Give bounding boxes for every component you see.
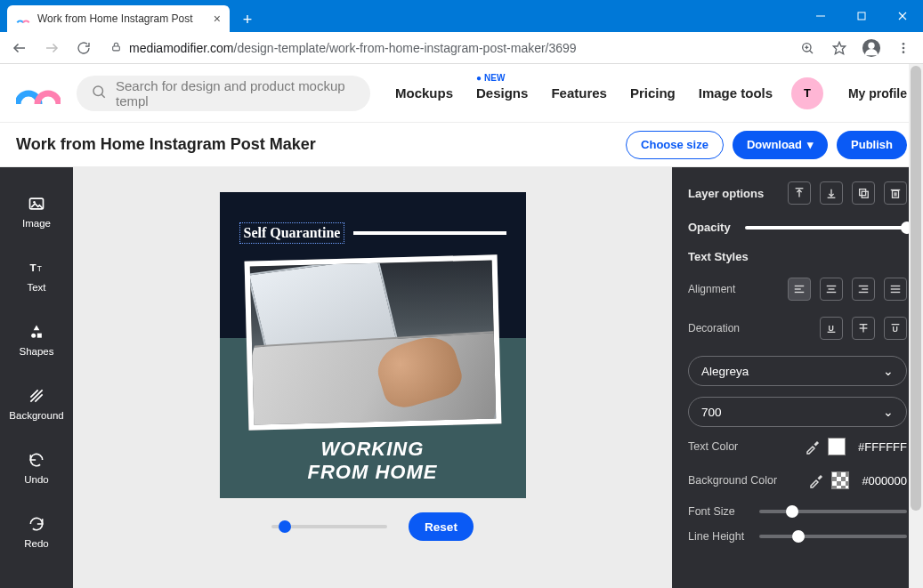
align-right-button[interactable] — [852, 278, 875, 301]
text-self-quarantine[interactable]: Self Quarantine — [239, 222, 345, 244]
font-family-select[interactable]: Alegreya ⌄ — [688, 356, 907, 386]
subheader: Work from Home Instagram Post Maker Choo… — [0, 123, 923, 167]
align-center-button[interactable] — [820, 278, 843, 301]
address-bar[interactable]: mediamodifier.com/design-template/work-f… — [103, 41, 788, 55]
editor-main: Image TTText Shapes Background Undo Redo… — [0, 167, 923, 588]
svg-text:U: U — [829, 324, 834, 333]
nav-back-button[interactable] — [7, 36, 32, 60]
search-input[interactable]: Search for design and product mockup tem… — [77, 76, 370, 111]
browser-tab[interactable]: Work from Home Instagram Post × — [7, 5, 230, 32]
decoration-label: Decoration — [688, 322, 740, 334]
canvas-photo[interactable] — [244, 254, 501, 430]
align-justify-button[interactable] — [884, 278, 907, 301]
svg-point-17 — [93, 86, 103, 96]
strikethrough-button[interactable] — [852, 317, 875, 340]
nav-image-tools[interactable]: Image tools — [699, 85, 773, 101]
tool-redo[interactable]: Redo — [0, 500, 73, 564]
svg-rect-35 — [893, 190, 899, 197]
layer-options-label: Layer options — [688, 187, 764, 200]
chevron-down-icon: ⌄ — [883, 405, 894, 419]
alignment-label: Alignment — [688, 283, 735, 295]
text-color-swatch[interactable] — [828, 438, 846, 455]
font-size-slider[interactable] — [759, 510, 907, 513]
tool-background[interactable]: Background — [0, 372, 73, 436]
design-canvas[interactable]: Self Quarantine WORKING FROM HOME — [220, 192, 526, 498]
choose-size-button[interactable]: Choose size — [626, 131, 724, 159]
text-color-label: Text Color — [688, 440, 805, 453]
window-maximize-button[interactable] — [841, 0, 882, 32]
publish-button[interactable]: Publish — [837, 131, 907, 159]
nav-designs[interactable]: NEW Designs — [476, 85, 528, 101]
line-height-slider[interactable] — [759, 535, 907, 538]
search-icon — [91, 84, 107, 102]
bg-color-hex: #000000 — [862, 474, 907, 487]
opacity-label: Opacity — [688, 221, 731, 234]
align-left-button[interactable] — [788, 278, 811, 301]
window-close-button[interactable] — [882, 0, 923, 32]
new-tab-button[interactable]: + — [235, 7, 260, 32]
favicon — [16, 12, 30, 26]
svg-text:T: T — [30, 262, 36, 273]
page-scrollbar[interactable] — [909, 64, 923, 588]
line-height-label: Line Height — [688, 530, 759, 543]
reset-button[interactable]: Reset — [409, 512, 474, 541]
zoom-indicator-icon[interactable] — [795, 36, 820, 60]
download-button[interactable]: Download▾ — [733, 131, 828, 159]
canvas-heading[interactable]: WORKING FROM HOME — [220, 438, 526, 484]
profile-icon[interactable] — [859, 36, 884, 60]
zoom-slider[interactable] — [271, 525, 387, 528]
svg-marker-11 — [833, 42, 845, 53]
svg-point-24 — [31, 334, 36, 338]
svg-point-13 — [868, 42, 874, 48]
eyedropper-icon[interactable] — [805, 439, 821, 455]
url-domain: mediamodifier.com — [129, 41, 234, 55]
tab-title: Work from Home Instagram Post — [37, 12, 206, 25]
tab-close-icon[interactable]: × — [214, 12, 221, 26]
tool-text[interactable]: TTText — [0, 244, 73, 308]
page-title: Work from Home Instagram Post Maker — [16, 135, 316, 154]
properties-panel: Layer options Opacity Text Styles Alignm… — [672, 167, 923, 588]
app-logo[interactable] — [16, 79, 61, 108]
layer-bring-front-button[interactable] — [788, 181, 811, 205]
text-color-hex: #FFFFFF — [858, 440, 907, 454]
font-size-label: Font Size — [688, 505, 759, 518]
bg-color-swatch[interactable] — [831, 471, 849, 489]
tool-undo[interactable]: Undo — [0, 436, 73, 500]
nav-features[interactable]: Features — [551, 85, 607, 101]
nav-forward-button[interactable] — [39, 36, 64, 60]
url-path: /design-template/work-from-home-instagra… — [234, 41, 577, 55]
svg-text:U: U — [893, 325, 898, 334]
layer-delete-button[interactable] — [884, 181, 907, 205]
bookmark-icon[interactable] — [827, 36, 852, 60]
browser-menu-icon[interactable] — [891, 36, 916, 60]
svg-point-16 — [903, 51, 905, 53]
svg-marker-23 — [34, 326, 40, 331]
browser-toolbar: mediamodifier.com/design-template/work-f… — [0, 32, 923, 64]
svg-line-10 — [810, 50, 813, 52]
avatar[interactable]: T — [791, 77, 823, 109]
font-weight-select[interactable]: 700 ⌄ — [688, 397, 907, 427]
window-minimize-button[interactable] — [800, 0, 841, 32]
svg-rect-25 — [37, 334, 42, 338]
eyedropper-icon[interactable] — [808, 472, 824, 488]
left-toolbox: Image TTText Shapes Background Undo Redo — [0, 167, 73, 588]
svg-point-15 — [903, 46, 905, 49]
tool-shapes[interactable]: Shapes — [0, 308, 73, 372]
tool-image[interactable]: Image — [0, 180, 73, 244]
window-titlebar: Work from Home Instagram Post × + — [0, 0, 923, 32]
svg-rect-33 — [860, 189, 866, 196]
text-styles-label: Text Styles — [688, 250, 749, 263]
underline-button[interactable]: U — [820, 317, 843, 340]
layer-send-back-button[interactable] — [820, 181, 843, 205]
nav-pricing[interactable]: Pricing — [630, 85, 676, 101]
nav-mockups[interactable]: Mockups — [395, 85, 453, 101]
layer-duplicate-button[interactable] — [852, 181, 875, 205]
overline-button[interactable]: U — [884, 317, 907, 340]
opacity-slider[interactable] — [745, 226, 907, 230]
chevron-down-icon: ⌄ — [883, 364, 894, 378]
nav-reload-button[interactable] — [71, 36, 96, 60]
lock-icon — [110, 41, 122, 55]
svg-line-18 — [101, 94, 105, 98]
my-profile-link[interactable]: My profile — [848, 86, 907, 101]
svg-rect-6 — [113, 45, 120, 50]
